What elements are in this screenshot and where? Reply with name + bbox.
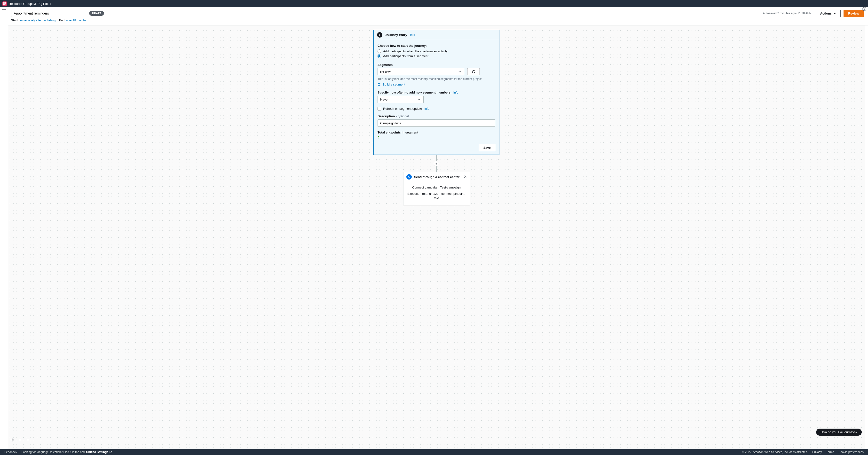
review-button[interactable]: Review [843,10,864,17]
caret-down-icon [457,69,463,74]
total-endpoints-value: 2 [377,136,495,139]
journey-entry-icon [377,32,382,38]
connector-line [436,155,437,161]
journeys-feedback-pill[interactable]: How do you like journeys? [816,429,862,435]
segment-select[interactable]: list-ccw [377,68,464,75]
start-value-link[interactable]: Immediately after publishing [20,19,56,22]
refresh-icon [471,70,475,74]
left-rail [0,7,8,449]
add-frequency-select[interactable]: Never [377,96,424,103]
journey-header: DRAFT Autosaved 2 minutes ago (11:38 AM)… [8,7,868,17]
console-footer: Feedback Looking for language selection?… [0,449,868,455]
end-value-link[interactable]: after 18 months [66,19,86,22]
total-endpoints-label: Total endpoints in segment [377,131,495,134]
refresh-on-update-label: Refresh on segment update [383,107,422,110]
description-input[interactable] [377,120,495,127]
journey-entry-info-link[interactable]: Info [410,33,415,37]
build-segment-label: Build a segment [383,83,405,86]
contact-center-card: Send through a contact center Connect ca… [403,172,470,205]
actions-button[interactable]: Actions [816,10,841,17]
external-link-icon [377,83,381,86]
svg-point-8 [12,440,12,441]
footer-privacy-link[interactable]: Privacy [812,450,822,454]
radio-activity-label: Add participants when they perform an ac… [383,50,447,53]
caret-down-icon [416,97,422,102]
svg-rect-1 [5,3,6,4]
refresh-info-link[interactable]: Info [424,107,429,110]
journey-canvas[interactable]: Journey entry Info Choose how to start t… [8,26,865,449]
svg-rect-3 [5,4,6,5]
add-frequency-value: Never [380,98,389,101]
journey-entry-card: Journey entry Info Choose how to start t… [373,30,499,155]
journey-entry-title: Journey entry [385,33,407,37]
autosave-status: Autosaved 2 minutes ago (11:38 AM) [763,12,811,15]
add-frequency-info-link[interactable]: Info [454,91,458,94]
journey-entry-header: Journey entry Info [374,30,499,40]
unified-settings-link[interactable]: Unified Settings [86,450,112,454]
draft-badge: DRAFT [89,11,104,16]
save-button[interactable]: Save [479,144,495,151]
actions-label: Actions [820,12,832,15]
header-info-icon[interactable] [862,7,867,12]
zoom-controls [10,438,30,442]
add-frequency-label: Specify how often to add new segment mem… [377,91,452,94]
refresh-on-update-checkbox[interactable]: Refresh on segment update Info [377,107,495,110]
service-icon [2,1,7,6]
contact-center-role: Execution role: amazon-connect-pinpoint-… [407,192,466,200]
svg-rect-2 [4,4,5,5]
segment-select-value: list-ccw [380,70,391,74]
svg-rect-0 [4,3,5,4]
connector-line [436,166,437,172]
add-activity-button[interactable]: + [434,161,439,166]
footer-copyright: © 2022, Amazon Web Services, Inc. or its… [742,450,808,454]
contact-center-campaign: Connect campaign: Test-campaign [407,185,466,190]
choose-start-label: Choose how to start the journey: [377,44,495,47]
service-bar: Resource Groups & Tag Editor [0,0,868,7]
contact-center-icon [406,174,412,180]
external-link-icon [109,451,112,454]
zoom-in-icon[interactable] [26,438,30,442]
start-label: Start [11,19,18,22]
menu-toggle-icon[interactable] [2,9,6,12]
radio-segment[interactable]: Add participants from a segment [377,54,495,58]
radio-segment-label: Add participants from a segment [383,54,428,58]
description-label: Description - optional [377,115,495,118]
radio-activity[interactable]: Add participants when they perform an ac… [377,50,495,53]
journey-name-input[interactable] [11,10,86,17]
journey-subheader: Start Immediately after publishing End a… [8,17,868,26]
service-title: Resource Groups & Tag Editor [9,2,51,6]
footer-lang-prompt: Looking for language selection? Find it … [22,450,112,454]
footer-feedback-link[interactable]: Feedback [4,450,17,454]
footer-cookies-link[interactable]: Cookie preferences [838,450,864,454]
zoom-out-icon[interactable] [19,438,22,442]
end-label: End [59,19,64,22]
segments-label: Segments [377,63,495,67]
refresh-segments-button[interactable] [467,68,480,75]
close-icon[interactable] [464,175,467,179]
footer-terms-link[interactable]: Terms [826,450,834,454]
recenter-icon[interactable] [10,438,14,442]
contact-center-title: Send through a contact center [414,175,461,179]
segment-list-hint: This list only includes the most recentl… [377,77,495,81]
caret-down-icon [834,12,836,14]
build-segment-link[interactable]: Build a segment [377,83,405,86]
